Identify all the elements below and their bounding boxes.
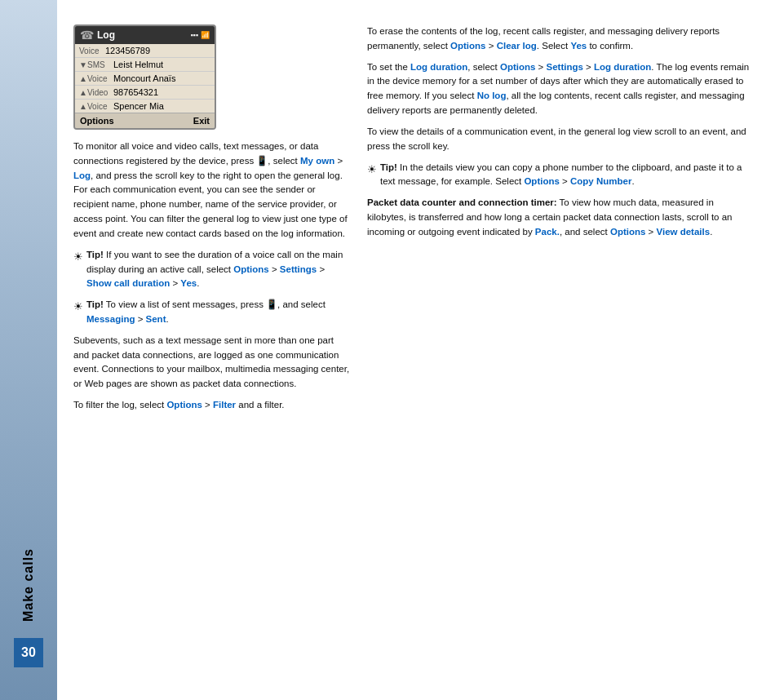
phone-exit-btn[interactable]: Exit [193,116,210,126]
tip-2: ☀ Tip! To view a list of sent messages, … [73,298,351,327]
phone-row-type: Voice [87,74,113,83]
tip-label-details: Tip! [380,162,397,172]
phone-row-type: Voice [79,47,105,55]
log-link: Log [73,171,91,180]
page-number: 30 [14,638,43,667]
phone-row-type: SMS [87,60,113,69]
tip-icon-2: ☀ [73,299,83,327]
tip-details-text: Tip! In the details view you can copy a … [380,161,751,190]
log-duration-inline-link: Log duration [410,62,467,72]
phone-row: Voice 123456789 [75,44,215,58]
show-call-duration-link: Show call duration [86,278,170,288]
phone-row-name: 123456789 [105,46,210,55]
options-duration-link: Options [500,62,535,72]
sidebar-title: Make calls [21,548,36,622]
phone-row: ▲ Voice Spencer Mia [75,100,215,113]
settings-link: Settings [280,264,317,274]
arrow-icon: ▲ [79,74,87,83]
log-duration-paragraph: To set the Log duration, select Options … [367,60,751,118]
left-column: ☎ Log ▪▪▪ 📶 Voice 123456789 ▼ SMS Leist … [73,24,351,684]
phone-row: ▲ Video 987654321 [75,86,215,100]
subevents-paragraph: Subevents, such as a text message sent i… [73,334,351,392]
phone-footer: Options Exit [75,113,215,128]
phone-row-name: Spencer Mia [113,101,210,111]
view-details-link: View details [657,227,711,237]
tip-label-2: Tip! [86,299,104,309]
phone-row-type: Voice [87,102,113,111]
clear-log-link: Clear log [497,41,537,51]
copy-number-link: Copy Number [570,176,631,186]
phone-screen: Voice 123456789 ▼ SMS Leist Helmut ▲ Voi… [75,44,215,113]
no-log-link: No log [477,91,507,100]
phone-options-btn[interactable]: Options [80,116,114,126]
phone-row: ▼ SMS Leist Helmut [75,58,215,72]
tip-icon-1: ☀ [73,249,83,291]
tip-label: Tip! [86,250,104,259]
options-filter-link: Options [166,400,202,410]
main-content: ☎ Log ▪▪▪ 📶 Voice 123456789 ▼ SMS Leist … [57,0,775,700]
tip-details: ☀ Tip! In the details view you can copy … [367,161,751,190]
phone-status-icons: ▪▪▪ 📶 [190,31,210,39]
arrow-icon: ▲ [79,102,87,111]
phone-header: ☎ Log ▪▪▪ 📶 [75,26,215,44]
tip-2-text: Tip! To view a list of sent messages, pr… [86,298,351,327]
arrow-icon: ▲ [79,88,87,97]
erase-log-paragraph: To erase the contents of the log, recent… [367,24,751,54]
options-link: Options [233,264,268,274]
right-column: To erase the contents of the log, recent… [367,24,751,684]
sidebar: Make calls 30 [0,0,57,700]
messaging-link: Messaging [86,314,135,324]
yes-confirm-link: Yes [570,41,587,51]
options-copy-link: Options [524,176,559,186]
tip-icon-details: ☀ [367,162,377,190]
phone-header-title: Log [97,29,187,41]
sent-link: Sent [146,314,166,324]
view-details-paragraph: To view the details of a communication e… [367,125,751,154]
arrow-icon: ▼ [79,60,87,69]
filter-paragraph: To filter the log, select Options > Filt… [73,398,351,413]
options-erase-link: Options [450,41,485,51]
packet-data-paragraph: Packet data counter and connection timer… [367,196,751,239]
phone-device: ☎ Log ▪▪▪ 📶 Voice 123456789 ▼ SMS Leist … [73,24,216,130]
packet-data-label: Packet data counter and connection timer… [367,197,557,207]
options-view-link: Options [610,227,645,237]
my-own-link: My own [300,156,334,166]
phone-row-name: Moncourt Anaïs [113,73,210,83]
tip-1-text: Tip! If you want to see the duration of … [86,248,351,291]
phone-row-name: 987654321 [113,87,210,97]
settings-duration-link: Settings [547,62,583,72]
intro-paragraph: To monitor all voice and video calls, te… [73,140,351,241]
phone-row-name: Leist Helmut [113,60,210,69]
filter-link: Filter [213,400,236,410]
log-duration-settings-link: Log duration [594,62,651,72]
phone-row: ▲ Voice Moncourt Anaïs [75,72,215,86]
phone-row-type: Video [87,88,113,97]
yes-link: Yes [180,278,197,288]
pack-link: Pack. [535,227,560,237]
tip-1: ☀ Tip! If you want to see the duration o… [73,248,351,291]
